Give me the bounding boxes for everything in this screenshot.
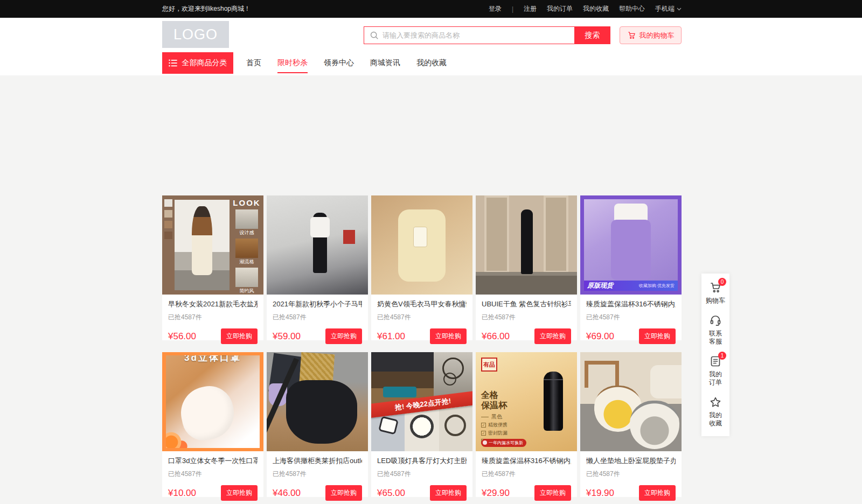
product-image[interactable]: 有品 全格 保温杯 黑色 精致便携 密封防漏 316不锈钢 一年内漏水可换新: [476, 352, 577, 451]
product-title[interactable]: 早秋冬女装2021新款毛衣盐系...: [168, 299, 258, 309]
welcome-text: 您好，欢迎来到likeshop商城！: [162, 4, 251, 13]
product-title[interactable]: UBUIE干鱼 紫色复古针织衫马...: [482, 299, 571, 309]
buy-now-button[interactable]: 立即抢购: [325, 328, 362, 344]
star-icon: [709, 396, 722, 409]
register-link[interactable]: 注册: [524, 4, 537, 13]
product-image[interactable]: LOOK 设计感 潮流格 简约风: [162, 195, 263, 295]
product-title[interactable]: 奶黄色V领毛衣马甲女春秋慵懒...: [377, 299, 467, 309]
sold-count: 已抢4587件: [586, 470, 676, 479]
nav-mall-news[interactable]: 商城资讯: [370, 52, 400, 74]
product-image[interactable]: 3d立体口罩: [162, 352, 263, 451]
sold-count: 已抢4587件: [377, 313, 467, 322]
product-title[interactable]: LED吸顶灯具客厅灯大灯主卧...: [377, 456, 467, 466]
buy-now-button[interactable]: 立即抢购: [221, 328, 258, 344]
product-image[interactable]: 原版现货 收藏加购 优先发货: [580, 195, 682, 295]
topbar-links: 登录 | 注册 我的订单 我的收藏 帮助中心 手机端: [489, 4, 682, 13]
product-image[interactable]: [267, 352, 368, 451]
product-grid: LOOK 设计感 潮流格 简约风 早秋冬女装2021新款毛衣盐系... 已抢45…: [162, 195, 682, 497]
product-card[interactable]: 奶黄色V领毛衣马甲女春秋慵懒... 已抢4587件 ¥61.00 立即抢购: [371, 195, 472, 340]
search-icon: [370, 31, 379, 40]
search-button[interactable]: 搜索: [574, 26, 610, 44]
price: ¥59.00: [273, 331, 301, 342]
mobile-link[interactable]: 手机端: [655, 4, 682, 13]
sold-count: 已抢4587件: [168, 313, 258, 322]
login-link[interactable]: 登录: [489, 4, 502, 13]
product-image[interactable]: [580, 352, 682, 451]
sidebar-cart[interactable]: 0 购物车: [706, 281, 725, 305]
price: ¥65.00: [377, 488, 405, 499]
orders-badge: 1: [718, 352, 726, 360]
chevron-down-icon: [677, 8, 682, 11]
product-card[interactable]: LOOK 设计感 潮流格 简约风 早秋冬女装2021新款毛衣盐系... 已抢45…: [162, 195, 263, 340]
product-image[interactable]: [476, 195, 577, 295]
product-card[interactable]: 有品 全格 保温杯 黑色 精致便携 密封防漏 316不锈钢 一年内漏水可换新 臻…: [476, 352, 577, 497]
my-cart-button[interactable]: 我的购物车: [620, 26, 682, 44]
nav-coupon-center[interactable]: 领券中心: [324, 52, 354, 74]
price: ¥69.00: [586, 331, 614, 342]
sold-count: 已抢4587件: [586, 313, 676, 322]
price: ¥19.90: [586, 488, 614, 499]
price: ¥56.00: [168, 331, 196, 342]
nav-my-favorites[interactable]: 我的收藏: [416, 52, 447, 74]
product-image[interactable]: 抢! 今晚22点开抢!: [371, 352, 472, 451]
sold-count: 已抢4587件: [482, 313, 571, 322]
buy-now-button[interactable]: 立即抢购: [534, 485, 571, 501]
search-bar: 搜索: [364, 26, 610, 44]
sold-count: 已抢4587件: [168, 470, 258, 479]
help-center-link[interactable]: 帮助中心: [619, 4, 645, 13]
price: ¥66.00: [482, 331, 510, 342]
nav-home[interactable]: 首页: [246, 52, 261, 74]
logo[interactable]: LOGO: [162, 21, 229, 48]
product-title[interactable]: 口罩3d立体女冬季一次性口罩: [168, 456, 258, 466]
sold-count: 已抢4587件: [273, 313, 362, 322]
cart-icon: [627, 31, 636, 40]
brand-logo: 有品: [481, 358, 497, 372]
buy-now-button[interactable]: 立即抢购: [639, 328, 676, 344]
category-list-icon: [169, 59, 177, 67]
divider: |: [512, 5, 513, 13]
all-categories-button[interactable]: 全部商品分类: [162, 52, 233, 74]
search-input[interactable]: [364, 26, 574, 44]
my-orders-link[interactable]: 我的订单: [547, 4, 573, 13]
buy-now-button[interactable]: 立即抢购: [221, 485, 258, 501]
product-card[interactable]: 上海客供撤柜奥莱折扣店outlets 已抢4587件 ¥46.00 立即抢购: [267, 352, 368, 497]
product-title[interactable]: 臻质旋盖保温杯316不锈钢内胆...: [482, 456, 571, 466]
product-card[interactable]: UBUIE干鱼 紫色复古针织衫马... 已抢4587件 ¥66.00 立即抢购: [476, 195, 577, 340]
header: LOGO 搜索 我的购物车 全部商品分类 首页 限时秒杀 领券中心 商城资讯 我…: [0, 18, 862, 75]
product-image[interactable]: [267, 195, 368, 295]
price: ¥10.00: [168, 488, 196, 499]
product-card[interactable]: 原版现货 收藏加购 优先发货 臻质旋盖保温杯316不锈钢内胆... 已抢4587…: [580, 195, 682, 340]
buy-now-button[interactable]: 立即抢购: [639, 485, 676, 501]
buy-now-button[interactable]: 立即抢购: [430, 485, 467, 501]
product-card[interactable]: 2021年新款初秋季小个子马甲... 已抢4587件 ¥59.00 立即抢购: [267, 195, 368, 340]
sidebar-my-orders[interactable]: 1 我的订单: [709, 355, 722, 387]
headset-icon: [709, 314, 722, 327]
my-favorites-link[interactable]: 我的收藏: [583, 4, 609, 13]
page: 您好，欢迎来到likeshop商城！ 登录 | 注册 我的订单 我的收藏 帮助中…: [0, 0, 862, 504]
product-card[interactable]: 3d立体口罩 口罩3d立体女冬季一次性口罩 已抢4587件 ¥10.00 立即抢…: [162, 352, 263, 497]
product-card[interactable]: 懒人坐垫地上卧室屁股垫子办... 已抢4587件 ¥19.90 立即抢购: [580, 352, 682, 497]
sidebar-customer-service[interactable]: 联系客服: [709, 314, 722, 346]
main-nav: 全部商品分类 首页 限时秒杀 领券中心 商城资讯 我的收藏: [162, 52, 447, 74]
sidebar-my-favorites[interactable]: 我的收藏: [709, 396, 722, 428]
product-title[interactable]: 懒人坐垫地上卧室屁股垫子办...: [586, 456, 676, 466]
price: ¥46.00: [273, 488, 301, 499]
topbar: 您好，欢迎来到likeshop商城！ 登录 | 注册 我的订单 我的收藏 帮助中…: [0, 0, 862, 18]
sold-count: 已抢4587件: [377, 470, 467, 479]
buy-now-button[interactable]: 立即抢购: [430, 328, 467, 344]
floating-sidebar: 0 购物车 联系客服 1 我的订单 我的收藏: [701, 274, 729, 436]
buy-now-button[interactable]: 立即抢购: [534, 328, 571, 344]
product-title[interactable]: 上海客供撤柜奥莱折扣店outlets: [273, 456, 362, 466]
nav-flash-sale[interactable]: 限时秒杀: [277, 52, 308, 74]
cart-badge: 0: [718, 278, 726, 286]
product-title[interactable]: 臻质旋盖保温杯316不锈钢内胆...: [586, 299, 676, 309]
price: ¥29.90: [482, 488, 510, 499]
image-banner: 原版现货 收藏加购 优先发货: [584, 281, 678, 291]
price: ¥61.00: [377, 331, 405, 342]
buy-now-button[interactable]: 立即抢购: [325, 485, 362, 501]
product-card[interactable]: 抢! 今晚22点开抢! LED吸顶灯具客厅灯大灯主卧... 已抢4587件 ¥6…: [371, 352, 472, 497]
sold-count: 已抢4587件: [482, 470, 571, 479]
product-title[interactable]: 2021年新款初秋季小个子马甲...: [273, 299, 362, 309]
sold-count: 已抢4587件: [273, 470, 362, 479]
product-image[interactable]: [371, 195, 472, 295]
